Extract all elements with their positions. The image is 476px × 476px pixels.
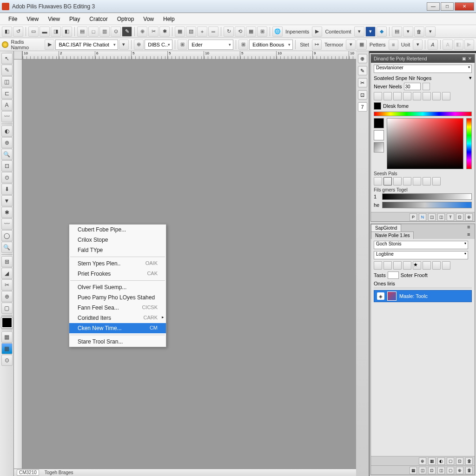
trash-icon[interactable]: 🗑 [465,457,473,465]
tool-btn[interactable]: ◧ [454,40,463,50]
context-menu-item[interactable]: Cken New Time...CM [69,323,166,333]
close-button[interactable]: ✕ [455,2,474,11]
chevron-down-icon[interactable]: ▾ [413,40,423,50]
tool-icon[interactable]: ▦ [1,343,13,354]
context-menu-item[interactable]: Fald TYpe [69,245,166,255]
context-menu-item[interactable]: Coridted ItersCARK▸ [69,313,166,323]
text-a-icon[interactable]: A [443,40,452,50]
collapse-icon[interactable]: ▣ [462,56,466,61]
color-well-alt[interactable] [374,142,384,152]
icon-btn[interactable] [423,177,431,185]
context-menu-item[interactable]: Olver Fiell Suemp... [69,282,166,292]
tool-btn[interactable]: ▦ [357,40,366,50]
hue-vertical[interactable] [466,118,472,169]
tool-btn[interactable]: ⊙ [111,26,121,37]
icon-btn[interactable] [374,261,382,270]
tool-btn[interactable]: ▾ [365,26,376,37]
icon-btn[interactable] [383,177,392,185]
menu-cratcor[interactable]: Cratcor [85,14,112,24]
tool-btn[interactable]: ✂ [148,26,159,37]
tool-icon[interactable]: ▢ [1,303,13,314]
chevron-down-icon[interactable]: ▾ [346,40,356,50]
globe-icon[interactable]: 🌐 [272,26,283,37]
dock-icon[interactable]: ⊡ [358,90,367,99]
logbline-dropdown[interactable]: Logbline [374,251,468,259]
tool-btn[interactable]: ▤ [77,26,87,37]
tool-btn[interactable]: ▬ [40,26,50,37]
menu-play[interactable]: Play [65,14,85,24]
zoom-tool-icon[interactable]: 🔍 [1,149,13,160]
icon-btn[interactable] [403,177,411,185]
tool-btn[interactable]: ▦ [175,26,185,37]
footer-icon[interactable]: ▦ [410,467,417,474]
footer-icon[interactable]: P [410,213,417,221]
tasts-input[interactable] [388,271,399,279]
context-menu-item[interactable]: Crilox Stope [69,235,166,245]
context-menu-item[interactable]: Stern Ypes Plen..OAIK [69,258,166,269]
panel-menu-icon[interactable]: ≡ [467,224,475,231]
foreground-color-swatch[interactable] [1,317,13,328]
tool-btn[interactable]: ▭ [28,26,39,37]
icon-btn[interactable] [403,92,411,100]
panel-menu-icon[interactable]: ≡ [467,231,475,239]
zoom-tool-icon[interactable]: 🔍 [1,242,13,253]
tool-icon[interactable]: ⊡ [1,160,13,172]
pointer-tool-icon[interactable]: ↖ [1,53,13,64]
icon-btn[interactable] [413,177,421,185]
tool-btn[interactable]: ▦ [246,26,256,37]
footer-icon[interactable]: ▢ [447,467,454,474]
tool-btn[interactable]: ↻ [224,26,234,37]
icon-btn[interactable] [383,261,392,270]
context-menu-item[interactable]: Stare Trool Sran... [69,337,166,347]
desvtanioner-dropdown[interactable]: Desvtanioner [374,65,472,73]
tool-icon[interactable]: ⊕ [1,137,13,148]
icon-btn[interactable] [442,92,450,100]
tool-icon[interactable]: ⊕ [1,291,13,302]
maximize-button[interactable]: □ [441,2,454,11]
footer-icon[interactable]: ◫ [428,213,436,221]
menu-help[interactable]: Help [159,14,179,24]
footer-icon[interactable]: ⊡ [456,457,463,465]
tool-btn[interactable]: ⊞ [178,40,187,50]
tool-btn[interactable]: □ [88,26,99,37]
dock-icon[interactable]: ✎ [358,66,367,75]
footer-icon[interactable]: T [447,213,454,221]
tool-icon[interactable]: 〰 [1,218,13,230]
footer-icon[interactable]: ▢ [447,457,454,465]
tool-icon[interactable]: ✱ [1,207,13,218]
context-menu-item[interactable]: Pueo Pamy Pho LOyes Stahed [69,292,166,303]
menu-view-1[interactable]: View [22,14,43,24]
type-tool-icon[interactable]: A [1,99,13,111]
footer-icon[interactable]: ◐ [437,457,445,465]
tool-btn[interactable]: ✎ [122,26,132,37]
tool-icon[interactable]: ⊙ [1,172,13,183]
footer-icon[interactable]: ◫ [437,467,445,474]
gem-icon[interactable]: ◆ [377,26,387,37]
arrow-icon[interactable]: ↦ [312,40,322,50]
tool-btn[interactable]: ═ [208,26,218,37]
footer-icon[interactable]: ⊕ [465,213,473,221]
footer-icon[interactable]: ⊕ [419,457,426,465]
icon-btn[interactable] [432,261,441,270]
dock-icon[interactable]: ⊕ [358,54,367,63]
icon-btn[interactable] [423,83,430,90]
tool-icon[interactable]: ⊞ [1,256,13,267]
footer-icon[interactable]: ⊕ [456,467,463,474]
tool-btn[interactable]: ◧ [2,26,12,37]
tool-btn[interactable]: ▥ [99,26,110,37]
icon-btn[interactable] [393,177,402,185]
hue-strip[interactable] [374,112,472,116]
tool-icon[interactable]: ◯ [1,230,13,241]
menu-vow[interactable]: Vow [139,14,159,24]
tool-btn[interactable]: ⟲ [235,26,245,37]
icon-btn[interactable] [423,92,431,100]
chevron-down-icon[interactable]: ▾ [403,26,413,37]
minimize-button[interactable]: — [427,2,440,11]
tool-btn[interactable]: ⊕ [137,26,147,37]
footer-icon[interactable]: ◫ [437,213,445,221]
crop-tool-icon[interactable]: ⊏ [1,88,13,99]
icon-btn[interactable] [374,92,382,100]
color-well[interactable] [374,102,381,110]
tool-btn[interactable]: ⊞ [257,26,267,37]
menu-view-2[interactable]: View [43,14,65,24]
